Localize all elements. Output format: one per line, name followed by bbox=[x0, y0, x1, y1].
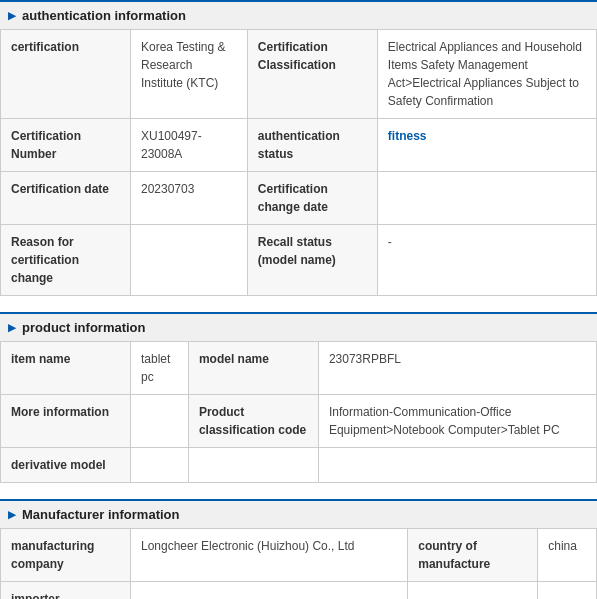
country-value: china bbox=[538, 529, 597, 582]
cert-value: Korea Testing & Research Institute (KTC) bbox=[131, 30, 248, 119]
table-row: certification Korea Testing & Research I… bbox=[1, 30, 597, 119]
product-section-title: product information bbox=[22, 320, 146, 335]
auth-section-title: authentication information bbox=[22, 8, 186, 23]
country-label: country of manufacture bbox=[408, 529, 538, 582]
manufacturer-section-header: Manufacturer information bbox=[0, 499, 597, 528]
cert-change-date-label: Certification change date bbox=[247, 172, 377, 225]
auth-status-value: fitness bbox=[377, 119, 596, 172]
item-name-label: item name bbox=[1, 342, 131, 395]
auth-section: authentication information certification… bbox=[0, 0, 597, 296]
reason-value bbox=[131, 225, 248, 296]
more-info-label: More information bbox=[1, 395, 131, 448]
item-name-value: tablet pc bbox=[131, 342, 189, 395]
table-row: manufacturing company Longcheer Electron… bbox=[1, 529, 597, 582]
cert-class-value: Electrical Appliances and Household Item… bbox=[377, 30, 596, 119]
manufacturer-section: Manufacturer information manufacturing c… bbox=[0, 499, 597, 599]
recall-value: - bbox=[377, 225, 596, 296]
auth-section-header: authentication information bbox=[0, 0, 597, 29]
model-name-value: 23073RPBFL bbox=[318, 342, 596, 395]
product-table: item name tablet pc model name 23073RPBF… bbox=[0, 341, 597, 483]
empty-cell-3 bbox=[408, 582, 538, 600]
empty-cell-2 bbox=[318, 448, 596, 483]
table-row: Certification date 20230703 Certificatio… bbox=[1, 172, 597, 225]
cert-label: certification bbox=[1, 30, 131, 119]
table-row: More information Product classification … bbox=[1, 395, 597, 448]
derivative-label: derivative model bbox=[1, 448, 131, 483]
product-section-header: product information bbox=[0, 312, 597, 341]
derivative-value bbox=[131, 448, 189, 483]
recall-label: Recall status (model name) bbox=[247, 225, 377, 296]
more-info-value bbox=[131, 395, 189, 448]
cert-class-label: Certification Classification bbox=[247, 30, 377, 119]
cert-date-value: 20230703 bbox=[131, 172, 248, 225]
table-row: Reason for certification change Recall s… bbox=[1, 225, 597, 296]
empty-cell-1 bbox=[188, 448, 318, 483]
mfg-company-value: Longcheer Electronic (Huizhou) Co., Ltd bbox=[131, 529, 408, 582]
importer-label: importer bbox=[1, 582, 131, 600]
table-row: Certification Number XU100497-23008A aut… bbox=[1, 119, 597, 172]
reason-label: Reason for certification change bbox=[1, 225, 131, 296]
cert-number-value: XU100497-23008A bbox=[131, 119, 248, 172]
product-class-label: Product classification code bbox=[188, 395, 318, 448]
table-row: importer bbox=[1, 582, 597, 600]
manufacturer-table: manufacturing company Longcheer Electron… bbox=[0, 528, 597, 599]
product-class-value: Information-Communication-Office Equipme… bbox=[318, 395, 596, 448]
empty-cell-4 bbox=[538, 582, 597, 600]
table-row: item name tablet pc model name 23073RPBF… bbox=[1, 342, 597, 395]
auth-table: certification Korea Testing & Research I… bbox=[0, 29, 597, 296]
importer-value bbox=[131, 582, 408, 600]
product-section: product information item name tablet pc … bbox=[0, 312, 597, 483]
mfg-company-label: manufacturing company bbox=[1, 529, 131, 582]
auth-status-label: authentication status bbox=[247, 119, 377, 172]
manufacturer-section-title: Manufacturer information bbox=[22, 507, 179, 522]
model-name-label: model name bbox=[188, 342, 318, 395]
table-row: derivative model bbox=[1, 448, 597, 483]
cert-date-label: Certification date bbox=[1, 172, 131, 225]
cert-change-date-value bbox=[377, 172, 596, 225]
cert-number-label: Certification Number bbox=[1, 119, 131, 172]
